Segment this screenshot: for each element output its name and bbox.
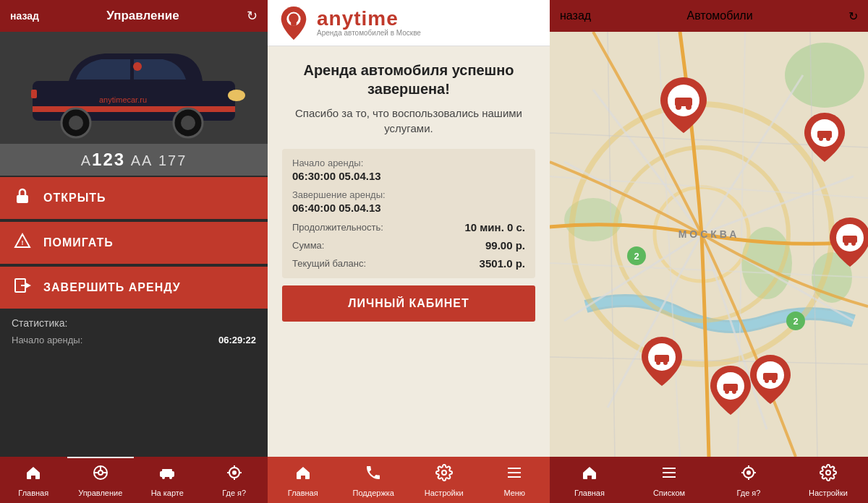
target-icon <box>226 464 243 486</box>
panel2-header: anytime Аренда автомобилей в Москве <box>268 0 550 46</box>
svg-rect-19 <box>160 471 174 477</box>
rental-sum-value: 99.00 р. <box>485 239 525 252</box>
back-button[interactable]: назад <box>10 10 39 22</box>
svg-text:2: 2 <box>793 316 798 327</box>
plate-prefix: А <box>81 152 92 168</box>
settings3-icon <box>820 464 837 486</box>
blink-button[interactable]: ! ПОМИГАТЬ <box>0 222 268 264</box>
svg-point-83 <box>732 390 736 394</box>
phone-icon <box>365 464 382 486</box>
tab3-settings[interactable]: Настройки <box>788 457 868 503</box>
tab-on-map-label: На карте <box>151 489 184 497</box>
rental-end-value: 06:40:00 05.04.13 <box>292 202 525 214</box>
svg-point-20 <box>162 476 165 479</box>
svg-point-31 <box>442 470 446 475</box>
tab3-home-label: Главная <box>574 489 605 497</box>
svg-rect-10 <box>17 195 28 203</box>
rental-balance-label: Текущий баланс: <box>292 258 366 269</box>
panel3-title: Автомобили <box>686 9 752 22</box>
car-image: anytimecar.ru <box>0 32 268 144</box>
svg-rect-77 <box>655 355 669 362</box>
svg-point-79 <box>663 361 668 365</box>
tab3-home[interactable]: Главная <box>550 457 629 503</box>
tab2-menu[interactable]: Меню <box>480 457 550 503</box>
tab2-home[interactable]: Главная <box>268 457 339 503</box>
tab3-where[interactable]: Где я? <box>709 457 788 503</box>
rental-end-row: Завершение аренды: 06:40:00 05.04.13 <box>292 189 525 214</box>
rental-balance-value: 3501.0 р. <box>480 257 525 270</box>
svg-rect-29 <box>291 24 297 25</box>
tab-on-map[interactable]: На карте <box>134 457 201 503</box>
svg-rect-73 <box>843 236 857 243</box>
back-button-map[interactable]: назад <box>560 9 591 22</box>
home3-icon <box>581 464 598 486</box>
stats-start-label: Начало аренды: <box>12 335 82 345</box>
open-button[interactable]: ОТКРЫТЬ <box>0 177 268 219</box>
panel1-title: Управление <box>106 9 179 23</box>
panel2-tabbar: Главная Поддержка Настройки Меню <box>268 457 550 503</box>
svg-rect-7 <box>31 90 37 98</box>
svg-point-15 <box>98 470 103 475</box>
panel1-tabbar: Главная Управление На карте Где я? <box>0 457 268 503</box>
rental-info-card: Начало аренды: 06:30:00 05.04.13 Заверше… <box>282 149 535 278</box>
lock-icon <box>12 187 33 209</box>
tab2-support-label: Поддержка <box>353 489 394 497</box>
svg-point-78 <box>656 361 660 365</box>
rental-start-value: 06:30:00 05.04.13 <box>292 170 525 182</box>
success-title: Аренда автомобиля успешно завершена! <box>282 61 535 98</box>
panel1-header: назад Управление ↻ <box>0 0 268 32</box>
tab-where[interactable]: Где я? <box>201 457 268 503</box>
tab-control[interactable]: Управление <box>67 457 135 503</box>
rental-duration-label: Продолжительность: <box>292 222 383 233</box>
svg-rect-1 <box>33 106 235 112</box>
tab-home[interactable]: Главная <box>0 457 67 503</box>
svg-point-36 <box>785 43 864 108</box>
anytime-brand-subtitle: Аренда автомобилей в Москве <box>317 29 421 37</box>
home-icon <box>25 464 42 486</box>
tab-where-label: Где я? <box>222 489 246 497</box>
tab2-settings-label: Настройки <box>425 489 464 497</box>
map-view[interactable]: МОСКВА 2 2 <box>550 32 868 457</box>
blink-label: ПОМИГАТЬ <box>43 236 114 249</box>
tab-home-label: Главная <box>18 489 48 497</box>
open-label: ОТКРЫТЬ <box>43 192 106 205</box>
svg-text:2: 2 <box>634 251 639 262</box>
tab2-support[interactable]: Поддержка <box>339 457 409 503</box>
svg-point-82 <box>725 390 729 394</box>
rental-start-row: Начало аренды: 06:30:00 05.04.13 <box>292 158 525 182</box>
rental-start-label: Начало аренды: <box>292 158 525 168</box>
rental-balance-row: Текущий баланс: 3501.0 р. <box>292 257 525 270</box>
end-rental-button[interactable]: ЗАВЕРШИТЬ АРЕНДУ <box>0 267 268 309</box>
refresh-button[interactable]: ↻ <box>247 8 258 24</box>
refresh-button-map[interactable]: ↻ <box>848 9 858 23</box>
anytime-brand-name: anytime <box>317 9 421 29</box>
menu-icon <box>506 464 523 486</box>
rental-sum-label: Сумма: <box>292 240 324 251</box>
anytime-logo-text: anytime Аренда автомобилей в Москве <box>317 9 421 37</box>
svg-rect-81 <box>723 384 738 391</box>
panel3-tabbar: Главная Списком Где я? Настройки <box>550 457 868 503</box>
svg-point-97 <box>826 470 830 475</box>
svg-point-6 <box>228 90 245 101</box>
panel3-header: назад Автомобили ↻ <box>550 0 868 32</box>
svg-point-67 <box>686 104 692 110</box>
end-rental-label: ЗАВЕРШИТЬ АРЕНДУ <box>43 281 181 294</box>
svg-point-3 <box>69 116 83 130</box>
rental-end-label: Завершение аренды: <box>292 189 525 200</box>
settings2-icon <box>435 464 453 486</box>
rental-duration-row: Продолжительность: 10 мин. 0 с. <box>292 221 525 233</box>
tab2-settings[interactable]: Настройки <box>409 457 480 503</box>
tab3-list[interactable]: Списком <box>629 457 709 503</box>
license-plate: А123 АА 177 <box>0 144 268 176</box>
tab-control-label: Управление <box>78 489 122 497</box>
svg-text:!: ! <box>22 239 24 246</box>
panel2-content: Аренда автомобиля успешно завершена! Спа… <box>268 46 550 457</box>
list-icon <box>660 464 678 486</box>
svg-point-75 <box>851 241 856 246</box>
home2-icon <box>294 464 312 486</box>
svg-rect-69 <box>817 131 832 138</box>
svg-rect-85 <box>763 373 778 380</box>
stats-area: Статистика: Начало аренды: 06:29:22 <box>0 310 268 457</box>
tab2-home-label: Главная <box>288 489 318 497</box>
personal-cabinet-button[interactable]: ЛИЧНЫЙ КАБИНЕТ <box>282 285 535 322</box>
